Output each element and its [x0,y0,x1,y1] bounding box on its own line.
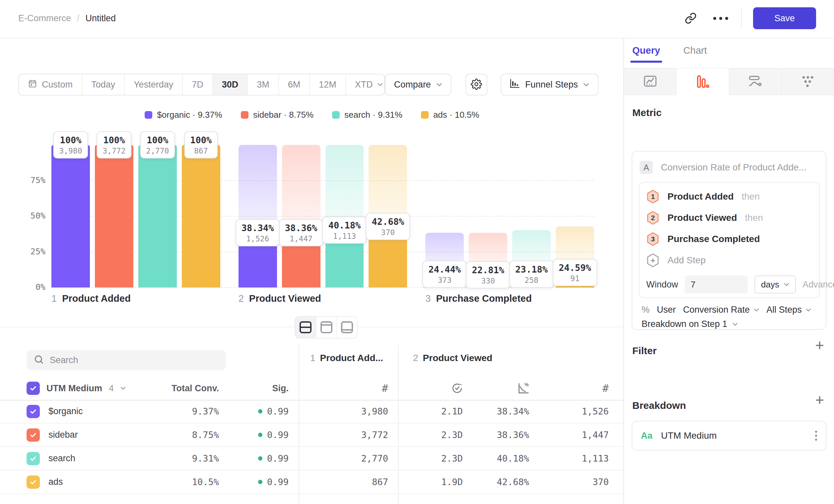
count-metric-icon[interactable]: # [537,382,609,395]
chevron-down-icon [583,83,589,87]
legend-item-search[interactable]: search · 9.31% [332,110,402,120]
bar-value-label: 22.81%330 [466,261,510,289]
legend-item-organic[interactable]: $organic · 9.37% [145,110,222,120]
y-axis-tick: 50% [18,211,45,221]
chart-settings-button[interactable] [465,74,487,95]
conversion-rate-icon[interactable]: % [463,382,537,394]
step2-count: 1,113 [537,453,609,463]
breadcrumb-current[interactable]: Untitled [86,13,116,24]
layout-split-horizontal-button[interactable] [295,317,316,338]
bar-value-label: 24.59%91 [553,259,597,286]
layout-panel-bottom-button[interactable] [336,317,357,338]
range-30d-button[interactable]: 30D [212,74,247,95]
sig-header[interactable]: Sig. [219,383,299,394]
group-count: 4 [109,383,114,394]
metric-step-3[interactable]: 3Purchase Completed [646,228,812,250]
bar-ads-step2[interactable]: 42.68%370 [369,145,407,288]
flow-chart-tab[interactable] [729,68,782,95]
select-all-checkbox[interactable] [26,382,40,395]
bar-organic-step3[interactable]: 24.44%373 [425,145,464,288]
chart-type-button[interactable]: Funnel Steps [501,74,598,95]
range-today-button[interactable]: Today [82,74,124,95]
table-header-row: UTM Medium 4 Total Conv. Sig. # % # [0,377,624,400]
step2-conv: 40.18% [463,453,537,463]
tab-query[interactable]: Query [632,45,660,63]
bar-search-step2[interactable]: 40.18%1,113 [325,145,364,288]
metric-card: A Conversion Rate of Product Adde... 1Pr… [632,151,826,330]
line-chart-tab[interactable] [624,68,676,95]
range-custom-button[interactable]: Custom [19,74,82,95]
metric-step-1[interactable]: 1Product Addedthen [646,186,812,207]
row-checkbox[interactable] [26,476,40,489]
bar-sidebar-step1[interactable]: 100%3,772 [95,145,133,288]
more-options-icon[interactable] [711,9,730,27]
bar-value-label: 38.36%1,447 [279,219,324,246]
bar-search-step1[interactable]: 100%2,770 [138,145,177,288]
range-7d-button[interactable]: 7D [182,74,212,95]
range-yesterday-button[interactable]: Yesterday [124,74,182,95]
legend-swatch [145,111,152,119]
panel-tabs: QueryChart [632,45,707,63]
breakdown-property-card[interactable]: Aa UTM Medium [632,421,826,451]
range-xtd-button[interactable]: XTD [345,74,385,95]
total-conv-header[interactable]: Total Conv. [169,383,219,394]
retention-grid-tab[interactable] [782,68,834,95]
breadcrumb-separator: / [77,13,80,24]
table-row-search[interactable]: search9.31%0.992,7702.3D40.18%1,113 [0,447,624,471]
chevron-down-icon [732,323,738,326]
table-row-ads[interactable]: ads10.5%0.998671.9D42.68%370 [0,471,624,494]
add-filter-button[interactable]: + [815,339,824,352]
window-value-input[interactable] [685,276,748,294]
chart-plot: 100%3,980100%3,772100%2,770100%86738.34%… [51,145,594,288]
bar-sidebar-step2[interactable]: 38.36%1,447 [282,145,321,288]
metric-type-select[interactable]: Conversion Rate [683,305,759,315]
window-label: Window [646,279,678,290]
bar-sidebar-step3[interactable]: 22.81%330 [469,145,507,288]
time-to-convert-icon[interactable] [398,383,463,394]
window-unit-select[interactable]: days [754,276,796,294]
funnel-chart-tab[interactable] [676,68,729,95]
steps-scope-select[interactable]: All Steps [766,305,811,315]
share-link-icon[interactable] [681,9,700,27]
sig-value: 0.99 [219,406,299,416]
table-row-sidebar[interactable]: sidebar8.75%0.993,7722.3D38.36%1,447 [0,423,624,447]
group-by-label[interactable]: UTM Medium [46,383,102,394]
chevron-down-icon[interactable] [120,387,126,390]
bar-solid [51,145,90,288]
advanced-toggle[interactable]: Advanced [803,279,834,290]
bar-organic-step1[interactable]: 100%3,980 [51,145,90,288]
bar-search-step3[interactable]: 23.18%258 [512,145,551,288]
row-checkbox[interactable] [26,452,40,465]
legend-item-sidebar[interactable]: sidebar · 8.75% [241,110,313,120]
metric-definition[interactable]: A Conversion Rate of Product Adde... [640,161,819,174]
layout-panel-top-button[interactable] [316,317,336,338]
row-checkbox[interactable] [26,405,40,418]
bar-ads-step3[interactable]: 24.59%91 [556,145,594,288]
bar-solid [95,145,133,288]
total-conv-value: 9.37% [169,406,219,416]
range-3m-button[interactable]: 3M [247,74,278,95]
breadcrumb-parent[interactable]: E-Commerce [18,13,71,24]
metric-step-2[interactable]: 2Product Viewedthen [646,207,812,228]
compare-button[interactable]: Compare [385,74,452,95]
add-step-button[interactable]: +Add Step [646,250,812,271]
kebab-menu-icon[interactable] [815,431,817,441]
search-input[interactable] [50,355,218,365]
breakdown-on-step-select[interactable]: Breakdown on Step 1 [642,319,738,329]
add-breakdown-button[interactable]: + [815,393,824,407]
app-header: E-Commerce / Untitled Save [0,0,834,39]
count-metric-icon[interactable]: # [299,382,398,395]
funnel-chart: 75%50%25%0% 100%3,980100%3,772100%2,7701… [18,145,594,288]
entity-label[interactable]: User [657,305,676,315]
row-checkbox[interactable] [26,428,40,442]
bar-ads-step1[interactable]: 100%867 [182,145,220,288]
tab-chart[interactable]: Chart [683,45,707,63]
save-button[interactable]: Save [753,7,816,29]
bar-organic-step2[interactable]: 38.34%1,526 [239,145,277,288]
chevron-down-icon [377,83,383,86]
bar-value-label: 100%3,772 [96,131,131,159]
range-6m-button[interactable]: 6M [278,74,309,95]
legend-item-ads[interactable]: ads · 10.5% [421,110,479,120]
range-12m-button[interactable]: 12M [309,74,345,95]
table-row-organic[interactable]: $organic9.37%0.993,9802.1D38.34%1,526 [0,400,624,423]
